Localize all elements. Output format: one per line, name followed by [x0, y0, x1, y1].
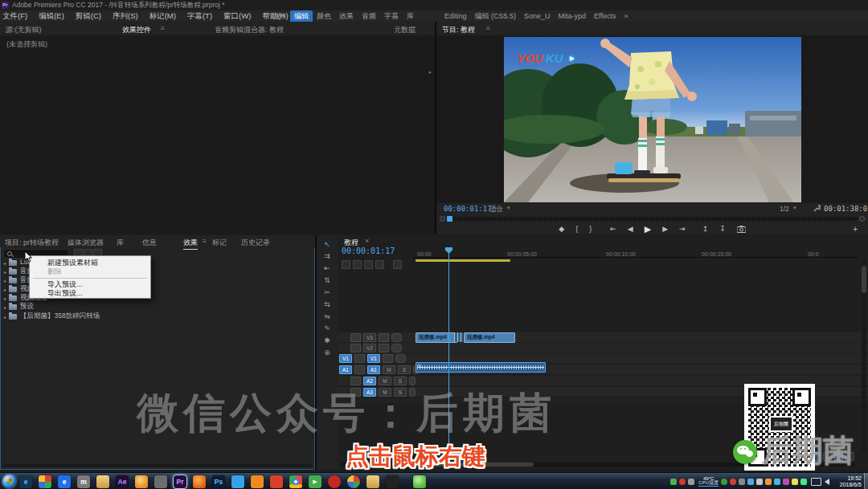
resolution-chevron-icon[interactable]: ▾ [793, 205, 796, 211]
extract-button[interactable]: ↧ [719, 225, 726, 233]
mute-button[interactable]: M [383, 365, 395, 374]
start-button[interactable] [2, 475, 16, 488]
tray-icon[interactable] [679, 479, 686, 485]
taskbar-photoshop-icon[interactable]: Ps [212, 475, 225, 488]
track-output-eye-icon[interactable] [391, 333, 402, 342]
workspace-cs55[interactable]: 编辑 (CS5.5) [471, 10, 521, 22]
program-video-frame[interactable]: YOU KU [504, 37, 801, 202]
solo-button[interactable]: S [398, 365, 411, 374]
panel-menu-icon[interactable]: ≡ [161, 25, 165, 32]
taskbar-folder2-icon[interactable] [366, 475, 379, 488]
program-panel-menu-icon[interactable]: ≡ [486, 25, 490, 32]
taskbar-aftereffects-icon[interactable]: Ae [116, 475, 129, 488]
workspace-custom2[interactable]: Mita-ypd [555, 11, 591, 21]
taskbar-potplayer-icon[interactable]: ▶ [309, 475, 321, 488]
go-to-in-button[interactable]: ⇤ [610, 225, 616, 233]
track-output-eye-icon[interactable] [391, 344, 402, 352]
lift-button[interactable]: ↥ [702, 225, 709, 233]
track-lock-icon[interactable] [354, 365, 365, 374]
export-frame-button[interactable] [737, 226, 746, 233]
tool-zoom[interactable]: ⊕ [321, 347, 334, 357]
cpu-temp-widget[interactable]: 49°C CPU温度 [698, 477, 719, 487]
menu-edit[interactable]: 编辑(E) [39, 11, 64, 22]
timeline-clip-1[interactable]: 玩滑板.mp4 [416, 332, 457, 343]
voiceover-mic-icon[interactable] [409, 377, 416, 385]
tree-item-presets[interactable]: ▸ 预设 [0, 303, 315, 311]
show-desktop-button[interactable] [864, 473, 868, 489]
taskbar-360-icon[interactable] [347, 475, 360, 488]
step-back-button[interactable]: ◀ [628, 225, 633, 233]
timeline-settings-wrench-icon[interactable] [393, 260, 402, 269]
fit-chevron-icon[interactable]: ▾ [507, 205, 510, 211]
taskbar-premiere-icon-active[interactable]: Pr [174, 475, 186, 488]
tray-icon[interactable] [800, 479, 807, 485]
menu-sequence[interactable]: 序列(S) [113, 11, 138, 22]
sync-lock-icon[interactable] [379, 333, 389, 342]
tray-icon[interactable] [756, 479, 763, 485]
workspace-audio[interactable]: 音频 [358, 10, 380, 22]
taskbar-explorer-icon[interactable] [96, 475, 109, 488]
taskbar-chrome-icon[interactable] [289, 475, 302, 488]
program-timecode[interactable]: 00:00:01:17 [444, 205, 492, 213]
timeline-clip-2[interactable]: 玩滑板.mp4 [464, 332, 515, 343]
tab-program-monitor[interactable]: 节目: 教程 [442, 25, 475, 35]
tab-source-monitor[interactable]: 源:(无剪辑) [6, 25, 42, 35]
track-name-badge[interactable]: A1 [367, 365, 380, 374]
sync-lock-icon[interactable] [383, 354, 393, 363]
tool-slip[interactable]: ⇆ [321, 299, 334, 309]
taskbar-iqiyi-icon[interactable] [251, 475, 264, 488]
taskbar-wechat-icon[interactable] [413, 475, 426, 488]
tray-icon[interactable] [765, 479, 772, 485]
program-scrubber[interactable] [440, 215, 865, 222]
insert-overwrite-toggle-icon[interactable] [342, 260, 350, 269]
timeline-tab-close-icon[interactable]: × [365, 237, 369, 245]
scrubber-playhead[interactable] [447, 216, 452, 222]
workspace-color[interactable]: 颜色 [313, 10, 335, 22]
scrubber-right-end[interactable] [859, 216, 865, 222]
tray-icon[interactable] [747, 479, 754, 485]
taskbar-app2-icon[interactable] [135, 475, 148, 488]
tool-ripple-edit[interactable]: ⇤ [321, 263, 334, 273]
workspace-assembly[interactable]: 组件 [268, 10, 290, 22]
work-area-bar[interactable] [416, 259, 510, 262]
menu-title[interactable]: 字幕(T) [187, 11, 212, 22]
workspace-overflow-chevron[interactable]: » [620, 11, 632, 21]
tool-rolling-edit[interactable]: ⇅ [321, 275, 334, 285]
taskbar-pinwheel-icon[interactable] [39, 475, 51, 488]
context-menu-new-preset-bin[interactable]: 新建预设素材箱 [30, 259, 150, 267]
mark-in-button[interactable]: { [575, 225, 578, 233]
tool-selection[interactable]: ↖ [321, 238, 334, 249]
scrubber-left-end[interactable] [440, 216, 445, 222]
clip-transition[interactable] [454, 332, 463, 342]
fit-dropdown[interactable]: 适合 [489, 205, 503, 214]
add-marker-button[interactable]: ◆ [559, 225, 564, 233]
step-forward-button[interactable]: ▶ [662, 225, 668, 233]
track-lock-icon[interactable] [350, 333, 361, 342]
taskbar-app3-icon[interactable] [154, 475, 167, 488]
source-patch-badge-v1[interactable]: V1 [339, 354, 352, 363]
track-output-eye-icon[interactable] [395, 354, 406, 363]
video-track-v2[interactable]: V2 [338, 343, 868, 352]
taskbar-firefox-icon[interactable] [193, 475, 206, 488]
panel-scroll-arrow-icon[interactable]: ▸ [428, 69, 432, 75]
mute-button[interactable]: M [379, 377, 391, 385]
tray-icon[interactable] [783, 479, 789, 485]
workspace-titles[interactable]: 字幕 [380, 10, 403, 22]
workspace-custom1[interactable]: Sone_U [520, 11, 555, 21]
tab-metadata[interactable]: 元数据 [394, 25, 416, 35]
workspace-effects[interactable]: 效果 [335, 10, 358, 22]
track-lock-icon[interactable] [350, 377, 361, 385]
workspace-custom3[interactable]: Effects [590, 11, 620, 21]
track-lock-icon[interactable] [350, 344, 361, 352]
tray-icon[interactable] [792, 479, 798, 485]
context-menu-import-presets[interactable]: 导入预设... [30, 280, 150, 289]
menu-file[interactable]: 文件(F) [2, 11, 27, 22]
tray-icon[interactable] [774, 479, 780, 485]
taskbar-browser-icon[interactable]: e [58, 475, 71, 488]
track-name-badge[interactable]: V3 [363, 333, 376, 342]
tray-icon[interactable] [721, 479, 727, 485]
scrubber-track[interactable] [446, 217, 858, 221]
workspace-editing-active[interactable]: 编辑 [290, 10, 313, 22]
taskbar-ie-icon[interactable]: e [19, 475, 32, 488]
taskbar-thunder-icon[interactable] [231, 475, 244, 488]
